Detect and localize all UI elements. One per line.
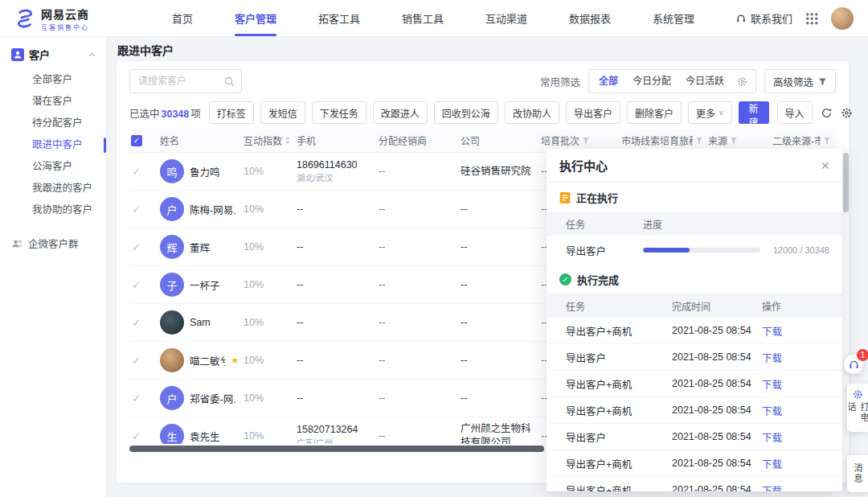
execution-done-row: 导出客户+商机2021-08-25 08:54下载	[547, 397, 842, 424]
more-button[interactable]: 更多 ∨	[688, 101, 732, 124]
filter-gear-icon[interactable]	[731, 76, 753, 87]
row-check-cell: ✓	[129, 430, 160, 442]
filter-funnel-icon	[818, 77, 827, 86]
advanced-filter-button[interactable]: 高级筛选	[764, 69, 836, 93]
row-check-cell: ✓	[129, 166, 160, 178]
download-link[interactable]: 下载	[762, 403, 829, 418]
phone-number: --	[297, 241, 374, 253]
row-check-icon[interactable]: ✓	[129, 355, 141, 367]
sidebar-section-customers[interactable]: 客户	[0, 36, 106, 69]
make-call-widget[interactable]: 打电话	[847, 384, 868, 432]
filter-tab-1[interactable]: 今日分配	[625, 70, 678, 92]
app-root: 网易云商 互客销售中心 首页客户管理拓客工具销售工具互动渠道数据报表系统管理 联…	[0, 0, 868, 497]
nav-item-6[interactable]: 系统管理	[632, 0, 715, 36]
row-check-icon[interactable]: ✓	[129, 241, 141, 253]
column-header-5[interactable]: 培育批次	[541, 133, 621, 147]
message-widget[interactable]: 消息	[847, 455, 868, 492]
contact-us-button[interactable]: 联系我们	[735, 10, 792, 26]
horizontal-scrollbar[interactable]	[129, 446, 544, 452]
customer-search-input[interactable]	[138, 76, 219, 87]
bulk-action-button-0[interactable]: 打标签	[209, 101, 254, 124]
download-link[interactable]: 下载	[762, 376, 829, 392]
column-header-0[interactable]: 姓名	[160, 133, 244, 147]
sidebar-item-1[interactable]: 潜在客户	[0, 91, 106, 113]
execution-done-row: 导出客户+商机2021-08-25 08:54下载	[547, 450, 842, 477]
bulk-action-button-7[interactable]: 删除客户	[627, 101, 682, 124]
column-header-4[interactable]: 公司	[461, 133, 541, 147]
download-link[interactable]: 下载	[762, 456, 829, 471]
import-button[interactable]: 导入	[777, 101, 813, 124]
page-title: 跟进中客户	[117, 42, 174, 58]
gear-icon	[853, 389, 863, 400]
vertical-scrollbar[interactable]	[843, 153, 849, 212]
dealer-cell: --	[379, 241, 461, 253]
bulk-action-button-1[interactable]: 发短信	[260, 101, 305, 124]
bulk-action-button-5[interactable]: 改协助人	[505, 101, 559, 124]
column-header-7[interactable]: 来源	[708, 133, 772, 147]
create-button[interactable]: 新建	[739, 101, 769, 124]
done-task-name: 导出客户	[566, 429, 672, 445]
user-avatar[interactable]	[831, 7, 854, 30]
sidebar-item-wecom-groups[interactable]: 企微客户群	[0, 221, 106, 251]
search-icon[interactable]	[224, 76, 235, 87]
chevron-down-icon: ∨	[719, 109, 724, 117]
row-check-icon[interactable]: ✓	[129, 279, 141, 291]
nav-item-3[interactable]: 销售工具	[381, 0, 465, 36]
close-icon[interactable]: ×	[821, 158, 829, 173]
column-header-3[interactable]: 分配经销商	[379, 133, 461, 147]
customer-name: 喵二敏兮	[190, 353, 225, 368]
row-check-icon[interactable]: ✓	[129, 392, 141, 405]
column-header-1[interactable]: 互动指数	[244, 133, 297, 147]
download-link[interactable]: 下载	[762, 323, 829, 339]
column-header-8[interactable]: 二级来源-市场	[772, 133, 836, 147]
nav-item-1[interactable]: 客户管理	[214, 0, 297, 36]
column-header-2[interactable]: 手机	[297, 133, 379, 147]
select-all-checkbox[interactable]: ✓	[131, 135, 142, 146]
sidebar-item-4[interactable]: 公海客户	[0, 156, 106, 178]
interaction-index-cell: 10%	[244, 392, 297, 404]
table-settings-gear-icon[interactable]	[841, 107, 853, 119]
column-label: 二级来源-市场	[772, 133, 821, 147]
logo-title: 网易云商	[41, 6, 89, 22]
done-rows: 导出客户+商机2021-08-25 08:54下载导出客户2021-08-25 …	[547, 318, 842, 491]
nav-item-0[interactable]: 首页	[151, 0, 214, 36]
row-check-icon[interactable]: ✓	[129, 166, 141, 178]
apps-grid-icon[interactable]	[805, 12, 818, 25]
done-task-name: 导出客户+商机	[566, 403, 672, 418]
row-check-cell: ✓	[129, 241, 160, 253]
refresh-icon[interactable]	[821, 107, 833, 119]
row-check-icon[interactable]: ✓	[129, 203, 141, 216]
nav-item-5[interactable]: 数据报表	[548, 0, 632, 36]
execution-done-row: 导出客户2021-08-25 08:54下载	[547, 424, 842, 450]
call-notification-widget[interactable]: 1	[844, 355, 863, 374]
filter-tab-0[interactable]: 全部	[592, 70, 625, 92]
download-link[interactable]: 下载	[762, 350, 829, 365]
column-header-6[interactable]: 市场线索培育旅程...	[621, 133, 708, 147]
bulk-action-button-6[interactable]: 导出客户	[566, 101, 620, 124]
bulk-action-button-3[interactable]: 改跟进人	[373, 101, 428, 124]
logo[interactable]: 网易云商 互客销售中心	[14, 6, 119, 31]
quick-filters: 常用筛选 全部今日分配今日活跃 高级筛选	[540, 69, 836, 93]
row-check-icon[interactable]: ✓	[129, 430, 141, 442]
bulk-action-button-2[interactable]: 下发任务	[312, 101, 366, 124]
download-link[interactable]: 下载	[762, 429, 829, 445]
filter-tab-2[interactable]: 今日活跃	[678, 70, 731, 92]
sidebar-item-6[interactable]: 我协助的客户	[0, 199, 106, 221]
sidebar-item-2[interactable]: 待分配客户	[0, 113, 106, 134]
nav-item-2[interactable]: 拓客工具	[297, 0, 381, 36]
customer-name: Sam	[190, 317, 211, 328]
advanced-filter-label: 高级筛选	[773, 74, 813, 89]
interaction-index-cell: 10%	[244, 241, 297, 253]
download-link[interactable]: 下载	[762, 483, 829, 492]
done-task-name: 导出客户+商机	[566, 323, 672, 339]
sidebar-item-3[interactable]: 跟进中客户	[0, 134, 106, 156]
bulk-action-button-4[interactable]: 回收到公海	[434, 101, 498, 124]
progress-text: 12000 / 30348	[765, 245, 829, 255]
interaction-index-cell: 10%	[244, 279, 297, 290]
sidebar-item-0[interactable]: 全部客户	[0, 69, 106, 91]
row-check-icon[interactable]: ✓	[129, 317, 141, 329]
nav-item-4[interactable]: 互动渠道	[465, 0, 548, 36]
dealer-cell: --	[379, 166, 461, 177]
sidebar-item-5[interactable]: 我跟进的客户	[0, 178, 106, 199]
interaction-index-cell: 10%	[244, 355, 297, 366]
